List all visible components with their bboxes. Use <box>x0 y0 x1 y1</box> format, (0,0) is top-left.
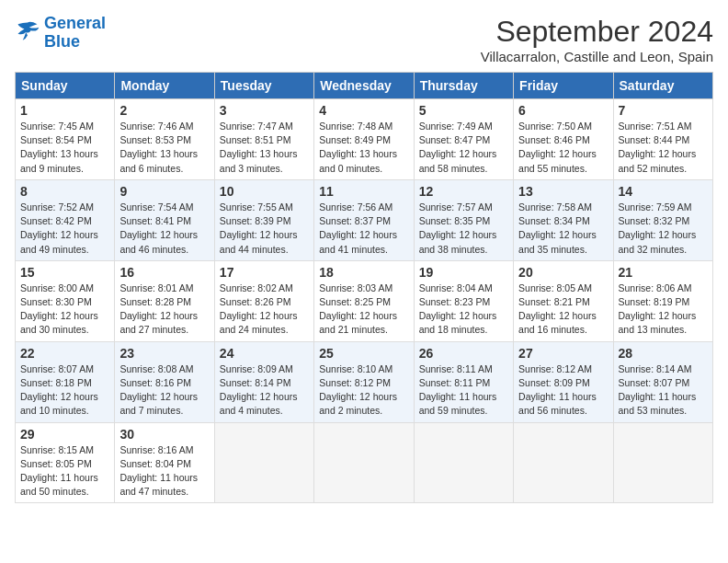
day-info: Sunrise: 8:15 AM Sunset: 8:05 PM Dayligh… <box>20 443 109 500</box>
day-info: Sunrise: 7:54 AM Sunset: 8:41 PM Dayligh… <box>119 201 209 257</box>
calendar-week-row: 15 Sunrise: 8:00 AM Sunset: 8:30 PM Dayl… <box>16 260 713 341</box>
calendar-cell: 10 Sunrise: 7:55 AM Sunset: 8:39 PM Dayl… <box>214 179 313 260</box>
calendar-cell: 19 Sunrise: 8:04 AM Sunset: 8:23 PM Dayl… <box>414 260 513 341</box>
day-info: Sunrise: 8:12 AM Sunset: 8:09 PM Dayligh… <box>518 362 608 419</box>
calendar-week-row: 22 Sunrise: 8:07 AM Sunset: 8:18 PM Dayl… <box>16 341 713 422</box>
header-row: Sunday Monday Tuesday Wednesday Thursday… <box>16 73 713 99</box>
calendar-week-row: 8 Sunrise: 7:52 AM Sunset: 8:42 PM Dayli… <box>16 179 713 260</box>
calendar-cell <box>314 422 414 503</box>
calendar-cell: 2 Sunrise: 7:46 AM Sunset: 8:53 PM Dayli… <box>115 99 214 180</box>
day-number: 19 <box>419 265 508 280</box>
col-thursday: Thursday <box>414 73 513 99</box>
day-info: Sunrise: 7:46 AM Sunset: 8:53 PM Dayligh… <box>119 120 209 176</box>
day-info: Sunrise: 7:51 AM Sunset: 8:44 PM Dayligh… <box>619 120 708 176</box>
day-info: Sunrise: 7:48 AM Sunset: 8:49 PM Dayligh… <box>319 120 408 176</box>
day-info: Sunrise: 8:08 AM Sunset: 8:16 PM Dayligh… <box>119 362 209 419</box>
calendar-cell <box>414 422 513 503</box>
day-info: Sunrise: 7:49 AM Sunset: 8:47 PM Dayligh… <box>419 120 508 176</box>
calendar-cell: 22 Sunrise: 8:07 AM Sunset: 8:18 PM Dayl… <box>16 341 115 422</box>
calendar-cell: 18 Sunrise: 8:03 AM Sunset: 8:25 PM Dayl… <box>314 260 414 341</box>
calendar-cell: 8 Sunrise: 7:52 AM Sunset: 8:42 PM Dayli… <box>16 179 115 260</box>
day-number: 5 <box>419 103 508 118</box>
calendar-cell: 20 Sunrise: 8:05 AM Sunset: 8:21 PM Dayl… <box>514 260 613 341</box>
calendar-cell: 17 Sunrise: 8:02 AM Sunset: 8:26 PM Dayl… <box>214 260 313 341</box>
logo: General Blue <box>15 15 106 52</box>
day-number: 22 <box>20 346 109 361</box>
calendar-cell: 9 Sunrise: 7:54 AM Sunset: 8:41 PM Dayli… <box>115 179 214 260</box>
calendar-cell: 6 Sunrise: 7:50 AM Sunset: 8:46 PM Dayli… <box>514 99 613 180</box>
calendar-cell: 21 Sunrise: 8:06 AM Sunset: 8:19 PM Dayl… <box>613 260 712 341</box>
day-info: Sunrise: 8:10 AM Sunset: 8:12 PM Dayligh… <box>319 362 408 419</box>
day-number: 20 <box>518 265 608 280</box>
day-number: 15 <box>20 265 109 280</box>
calendar-cell: 15 Sunrise: 8:00 AM Sunset: 8:30 PM Dayl… <box>16 260 115 341</box>
day-info: Sunrise: 8:01 AM Sunset: 8:28 PM Dayligh… <box>119 282 209 338</box>
day-number: 25 <box>319 346 408 361</box>
day-number: 1 <box>20 103 109 118</box>
day-info: Sunrise: 8:00 AM Sunset: 8:30 PM Dayligh… <box>20 282 109 338</box>
calendar-week-row: 1 Sunrise: 7:45 AM Sunset: 8:54 PM Dayli… <box>16 99 713 180</box>
day-info: Sunrise: 7:56 AM Sunset: 8:37 PM Dayligh… <box>319 201 408 257</box>
day-number: 11 <box>319 184 408 199</box>
day-info: Sunrise: 7:45 AM Sunset: 8:54 PM Dayligh… <box>20 120 109 176</box>
day-number: 18 <box>319 265 408 280</box>
day-number: 21 <box>619 265 708 280</box>
day-number: 24 <box>220 346 309 361</box>
calendar-cell: 24 Sunrise: 8:09 AM Sunset: 8:14 PM Dayl… <box>214 341 313 422</box>
day-info: Sunrise: 8:06 AM Sunset: 8:19 PM Dayligh… <box>619 282 708 338</box>
calendar-cell <box>613 422 712 503</box>
day-number: 9 <box>119 184 209 199</box>
col-sunday: Sunday <box>16 73 115 99</box>
calendar-cell: 7 Sunrise: 7:51 AM Sunset: 8:44 PM Dayli… <box>613 99 712 180</box>
calendar-cell: 23 Sunrise: 8:08 AM Sunset: 8:16 PM Dayl… <box>115 341 214 422</box>
calendar-cell: 29 Sunrise: 8:15 AM Sunset: 8:05 PM Dayl… <box>16 422 115 503</box>
calendar-cell: 27 Sunrise: 8:12 AM Sunset: 8:09 PM Dayl… <box>514 341 613 422</box>
logo-icon <box>15 20 40 42</box>
day-number: 4 <box>319 103 408 118</box>
day-info: Sunrise: 8:03 AM Sunset: 8:25 PM Dayligh… <box>319 282 408 338</box>
calendar-cell: 26 Sunrise: 8:11 AM Sunset: 8:11 PM Dayl… <box>414 341 513 422</box>
day-info: Sunrise: 8:05 AM Sunset: 8:21 PM Dayligh… <box>518 282 608 338</box>
day-info: Sunrise: 7:55 AM Sunset: 8:39 PM Dayligh… <box>220 201 309 257</box>
day-info: Sunrise: 7:50 AM Sunset: 8:46 PM Dayligh… <box>518 120 608 176</box>
col-tuesday: Tuesday <box>214 73 313 99</box>
day-number: 17 <box>220 265 309 280</box>
day-number: 23 <box>119 346 209 361</box>
calendar-cell: 1 Sunrise: 7:45 AM Sunset: 8:54 PM Dayli… <box>16 99 115 180</box>
day-info: Sunrise: 7:58 AM Sunset: 8:34 PM Dayligh… <box>518 201 608 257</box>
day-number: 29 <box>20 427 109 442</box>
day-number: 6 <box>518 103 608 118</box>
calendar-cell: 11 Sunrise: 7:56 AM Sunset: 8:37 PM Dayl… <box>314 179 414 260</box>
day-number: 13 <box>518 184 608 199</box>
calendar-cell: 25 Sunrise: 8:10 AM Sunset: 8:12 PM Dayl… <box>314 341 414 422</box>
day-number: 7 <box>619 103 708 118</box>
day-number: 16 <box>119 265 209 280</box>
col-saturday: Saturday <box>613 73 712 99</box>
calendar-cell: 16 Sunrise: 8:01 AM Sunset: 8:28 PM Dayl… <box>115 260 214 341</box>
day-info: Sunrise: 7:52 AM Sunset: 8:42 PM Dayligh… <box>20 201 109 257</box>
col-friday: Friday <box>514 73 613 99</box>
day-info: Sunrise: 8:07 AM Sunset: 8:18 PM Dayligh… <box>20 362 109 419</box>
calendar-cell <box>214 422 313 503</box>
month-title: September 2024 <box>481 15 713 49</box>
day-info: Sunrise: 8:16 AM Sunset: 8:04 PM Dayligh… <box>119 443 209 500</box>
day-info: Sunrise: 8:14 AM Sunset: 8:07 PM Dayligh… <box>619 362 708 419</box>
day-info: Sunrise: 8:02 AM Sunset: 8:26 PM Dayligh… <box>220 282 309 338</box>
day-number: 3 <box>220 103 309 118</box>
day-number: 27 <box>518 346 608 361</box>
day-info: Sunrise: 8:09 AM Sunset: 8:14 PM Dayligh… <box>220 362 309 419</box>
day-number: 26 <box>419 346 508 361</box>
day-number: 28 <box>619 346 708 361</box>
day-info: Sunrise: 7:57 AM Sunset: 8:35 PM Dayligh… <box>419 201 508 257</box>
calendar-cell: 3 Sunrise: 7:47 AM Sunset: 8:51 PM Dayli… <box>214 99 313 180</box>
day-number: 2 <box>119 103 209 118</box>
page-header: General Blue September 2024 Villacarralo… <box>15 15 713 64</box>
calendar-cell: 12 Sunrise: 7:57 AM Sunset: 8:35 PM Dayl… <box>414 179 513 260</box>
calendar-cell <box>514 422 613 503</box>
col-monday: Monday <box>115 73 214 99</box>
day-number: 14 <box>619 184 708 199</box>
day-info: Sunrise: 7:47 AM Sunset: 8:51 PM Dayligh… <box>220 120 309 176</box>
calendar-cell: 13 Sunrise: 7:58 AM Sunset: 8:34 PM Dayl… <box>514 179 613 260</box>
title-block: September 2024 Villacarralon, Castille a… <box>481 15 713 64</box>
day-number: 12 <box>419 184 508 199</box>
